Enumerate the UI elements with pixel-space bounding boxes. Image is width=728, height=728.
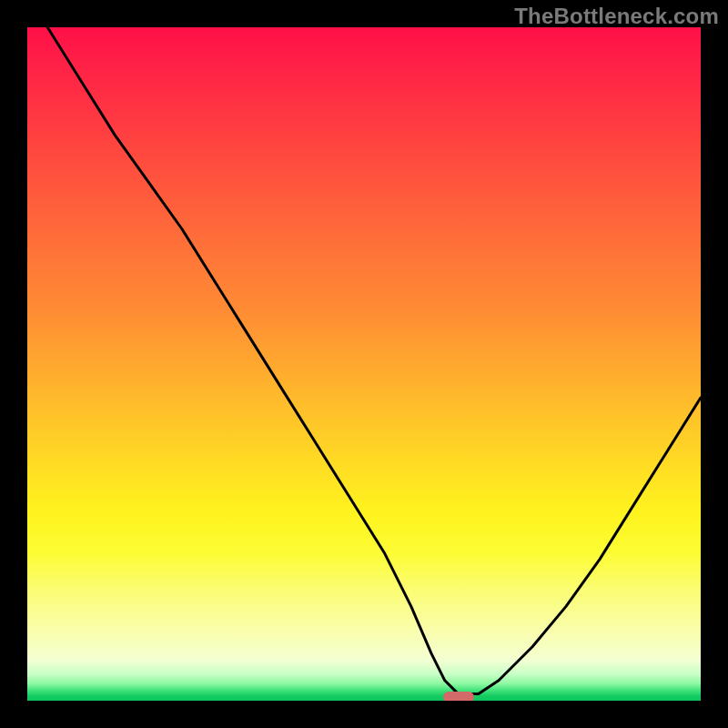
frame-border-right	[701, 0, 728, 728]
chart-frame: TheBottleneck.com	[0, 0, 728, 728]
plot-area	[27, 27, 701, 701]
bottleneck-curve	[27, 27, 701, 701]
frame-border-bottom	[0, 701, 728, 728]
optimal-marker	[443, 692, 474, 701]
watermark-text: TheBottleneck.com	[514, 4, 719, 29]
frame-border-left	[0, 0, 27, 728]
